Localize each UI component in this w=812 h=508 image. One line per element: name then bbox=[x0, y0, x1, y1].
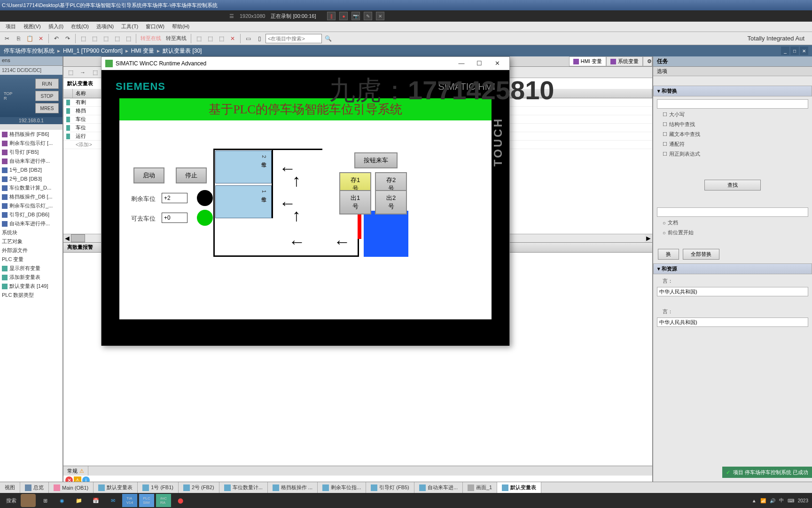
editor-tab[interactable]: 车位数量计... bbox=[219, 482, 268, 493]
tree-item[interactable]: 工艺对象 bbox=[0, 237, 62, 246]
tool-icon[interactable]: ⬚ bbox=[101, 33, 111, 44]
taskbar-record-icon[interactable]: ⬤ bbox=[173, 494, 188, 507]
project-tree[interactable]: 格挡板操作 [FB6] 剩余车位指示灯 [... 引导灯 [FB5] 自动来车进… bbox=[0, 130, 62, 508]
tree-item[interactable]: 剩余车位指示灯_... bbox=[0, 201, 62, 210]
taskbar-edge-icon[interactable]: ◉ bbox=[55, 494, 70, 507]
taskbar-volume-icon[interactable]: 🔊 bbox=[770, 498, 775, 503]
search-icon[interactable]: 🔍 bbox=[323, 33, 333, 44]
split-icon[interactable]: ▭ bbox=[243, 33, 253, 44]
taskbar-tray-icon[interactable]: ▲ bbox=[752, 498, 757, 503]
editor-tab[interactable]: 剩余车位指... bbox=[318, 482, 366, 493]
tree-item[interactable]: PLC 变量 bbox=[0, 255, 62, 264]
minimize-icon[interactable]: — bbox=[453, 57, 470, 70]
tab-system-tags[interactable]: 系统变量 bbox=[606, 56, 643, 66]
view-tab[interactable]: 视图 bbox=[0, 482, 20, 493]
breadcrumb-item[interactable]: HMI_1 [TP900 Comfort] bbox=[63, 48, 123, 54]
tab-hmi-tags[interactable]: HMI 变量 bbox=[569, 56, 606, 66]
replace-input[interactable] bbox=[657, 207, 808, 217]
menu-view[interactable]: 视图(V) bbox=[20, 23, 45, 30]
plc-mres-button[interactable]: MRES bbox=[35, 103, 59, 113]
editor-tab[interactable]: 默认变量表 bbox=[94, 482, 138, 493]
maximize-icon[interactable]: ☐ bbox=[471, 57, 488, 70]
maximize-icon[interactable]: □ bbox=[790, 47, 799, 55]
btn-car-arrive[interactable]: 按钮来车 bbox=[354, 152, 398, 168]
editor-tab[interactable]: 自动来车进... bbox=[414, 482, 463, 493]
replace-button[interactable]: 换 bbox=[658, 249, 679, 260]
tree-item[interactable]: 默认变量表 [149] bbox=[0, 282, 62, 291]
edit-icon[interactable]: ✎ bbox=[364, 12, 372, 20]
taskbar-rc-icon[interactable]: /inCRA bbox=[156, 494, 171, 507]
tool-icon[interactable]: ⬚ bbox=[78, 33, 88, 44]
taskbar-calendar-icon[interactable]: 📅 bbox=[88, 494, 103, 507]
lang-select-2[interactable] bbox=[657, 318, 808, 327]
option-regex[interactable]: ☐ 用正则表达式 bbox=[657, 149, 808, 159]
tree-item[interactable]: 剩余车位指示灯 [... bbox=[0, 139, 62, 148]
tree-item[interactable]: 格挡板操作_DB [... bbox=[0, 192, 62, 201]
plc-stop-button[interactable]: STOP bbox=[35, 91, 59, 101]
split-icon[interactable]: ▯ bbox=[254, 33, 265, 44]
go-online-button[interactable]: 转至在线 bbox=[139, 35, 163, 42]
tree-item[interactable]: 显示所有变量 bbox=[0, 264, 62, 273]
tree-item[interactable]: 自动来车进行停... bbox=[0, 157, 62, 166]
breadcrumb-item[interactable]: 停车场停车控制系统 bbox=[4, 47, 55, 55]
taskbar-tia-icon[interactable]: TIAV14 bbox=[122, 494, 137, 507]
taskbar-plcsim-icon[interactable]: PLCSIM bbox=[139, 494, 154, 507]
hmi-start-button[interactable]: 启动 bbox=[133, 167, 164, 183]
hamburger-icon[interactable]: ☰ bbox=[229, 13, 234, 19]
options-header[interactable]: 选项 bbox=[653, 67, 812, 76]
status-tab-general[interactable]: 常规 ⚠ bbox=[63, 466, 88, 476]
taskbar-mail-icon[interactable]: ✉ bbox=[105, 494, 120, 507]
tool-icon[interactable]: → bbox=[78, 67, 88, 78]
tree-item[interactable]: 车位数量计算_D... bbox=[0, 183, 62, 192]
replace-all-button[interactable]: 全部替换 bbox=[683, 249, 719, 260]
record-icon[interactable]: ● bbox=[339, 12, 348, 20]
editor-tab[interactable]: 引导灯 (FB5) bbox=[366, 482, 414, 493]
btn-exit-2[interactable]: 出2号 bbox=[375, 190, 407, 214]
taskbar-app-icon[interactable] bbox=[21, 494, 36, 507]
tree-item[interactable]: 引导灯_DB [DB6] bbox=[0, 210, 62, 219]
tree-item[interactable]: 外部源文件 bbox=[0, 246, 62, 255]
camera-icon[interactable]: 📷 bbox=[351, 12, 360, 20]
overview-tab[interactable]: 总览 bbox=[20, 482, 49, 493]
cut-icon[interactable]: ✂ bbox=[2, 33, 12, 44]
close-icon[interactable]: ✕ bbox=[800, 47, 808, 55]
tool-icon[interactable]: ⬚ bbox=[194, 33, 204, 44]
tab-settings-icon[interactable]: ⚙ bbox=[643, 56, 652, 66]
redo-icon[interactable]: ↷ bbox=[62, 33, 73, 44]
pause-icon[interactable]: ‖ bbox=[327, 12, 336, 20]
tree-item[interactable]: 2号_DB [DB3] bbox=[0, 175, 62, 183]
menu-tools[interactable]: 工具(T) bbox=[117, 23, 142, 30]
tool-icon[interactable]: ⬚ bbox=[112, 33, 122, 44]
editor-tab[interactable]: 格挡板操作 ... bbox=[268, 482, 318, 493]
tool-icon[interactable]: ⬚ bbox=[205, 33, 215, 44]
wincc-titlebar[interactable]: SIMATIC WinCC Runtime Advanced — ☐ ✕ bbox=[102, 57, 509, 70]
tree-item[interactable]: 格挡板操作 [FB6] bbox=[0, 130, 62, 139]
editor-tab[interactable]: 画面_1 bbox=[463, 482, 497, 493]
editor-tab[interactable]: 2号 (FB2) bbox=[179, 482, 219, 493]
option-doc[interactable]: ○ 文档 bbox=[657, 218, 808, 228]
taskbar-explorer-icon[interactable]: 📁 bbox=[71, 494, 86, 507]
tool-icon[interactable]: ⬚ bbox=[65, 67, 76, 78]
menu-insert[interactable]: 插入(I) bbox=[45, 23, 67, 30]
close-icon[interactable]: ✕ bbox=[489, 57, 506, 70]
menu-online[interactable]: 在线(O) bbox=[67, 23, 93, 30]
find-button[interactable]: 查找 bbox=[704, 180, 761, 190]
editor-tab-active[interactable]: 默认变量表 bbox=[497, 482, 541, 493]
taskbar-ime-icon[interactable]: ⌨ bbox=[788, 498, 794, 503]
resources-title[interactable]: ▾ 和资源 bbox=[653, 263, 812, 274]
tool-icon[interactable]: ⬚ bbox=[123, 33, 133, 44]
option-from-pos[interactable]: ○ 前位置开始 bbox=[657, 228, 808, 238]
menu-help[interactable]: 帮助(H) bbox=[168, 23, 193, 30]
tree-item[interactable]: PLC 数据类型 bbox=[0, 291, 62, 300]
menu-window[interactable]: 窗口(W) bbox=[142, 23, 168, 30]
tree-item[interactable]: 添加新变量表 bbox=[0, 273, 62, 282]
tree-item[interactable]: 引导灯 [FB5] bbox=[0, 148, 62, 157]
taskbar-wifi-icon[interactable]: 📶 bbox=[760, 498, 766, 503]
editor-tab[interactable]: Main (OB1) bbox=[49, 482, 94, 493]
undo-icon[interactable]: ↶ bbox=[51, 33, 62, 44]
paste-icon[interactable]: 📋 bbox=[24, 33, 35, 44]
plc-run-button[interactable]: RUN bbox=[35, 79, 59, 89]
tool-icon[interactable]: ⬚ bbox=[216, 33, 226, 44]
btn-exit-1[interactable]: 出1号 bbox=[339, 190, 371, 214]
copy-icon[interactable]: ⎘ bbox=[13, 33, 23, 44]
